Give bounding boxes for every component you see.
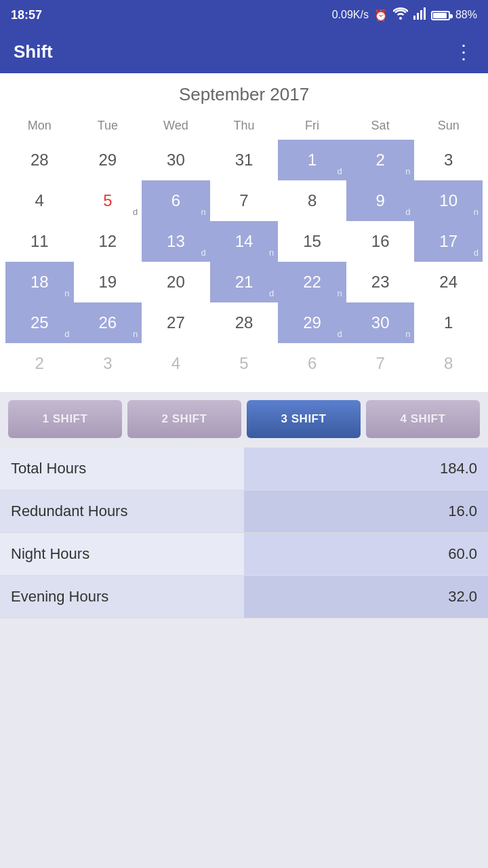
calendar-day[interactable]: 24 bbox=[414, 262, 483, 302]
month-title: September 2017 bbox=[5, 84, 483, 105]
calendar-day[interactable]: 18n bbox=[5, 262, 74, 302]
day-header-wed: Wed bbox=[142, 115, 210, 140]
day-header-sun: Sun bbox=[414, 115, 483, 140]
calendar-grid: Mon Tue Wed Thu Fri Sat Sun bbox=[5, 115, 483, 140]
calendar-day[interactable]: 28 bbox=[5, 140, 74, 180]
calendar-day[interactable]: 4 bbox=[5, 180, 74, 221]
shift-1-button[interactable]: 1 SHIFT bbox=[8, 400, 122, 438]
stats-value: 60.0 bbox=[244, 533, 488, 576]
calendar-day[interactable]: 4 bbox=[142, 343, 210, 384]
calendar-day[interactable]: 7 bbox=[210, 180, 279, 221]
stats-label: Night Hours bbox=[0, 533, 244, 576]
calendar-day[interactable]: 1 bbox=[414, 302, 483, 343]
calendar-day[interactable]: 17d bbox=[414, 221, 483, 262]
signal-icon bbox=[413, 7, 426, 22]
calendar-day[interactable]: 22n bbox=[278, 262, 346, 302]
menu-button[interactable]: ⋮ bbox=[454, 41, 474, 63]
day-header-sat: Sat bbox=[346, 115, 415, 140]
calendar-day[interactable]: 23 bbox=[346, 262, 415, 302]
calendar-day[interactable]: 20 bbox=[142, 262, 210, 302]
calendar-day[interactable]: 2 bbox=[5, 343, 74, 384]
calendar-day[interactable]: 29d bbox=[278, 302, 346, 343]
calendar-day[interactable]: 26n bbox=[74, 302, 142, 343]
calendar-day[interactable]: 3 bbox=[74, 343, 142, 384]
calendar-day[interactable]: 7 bbox=[346, 343, 415, 384]
network-speed: 0.09K/s bbox=[332, 9, 369, 21]
status-right: 0.09K/s ⏰ 88% bbox=[332, 7, 477, 22]
calendar-day[interactable]: 19 bbox=[74, 262, 142, 302]
svg-rect-3 bbox=[424, 7, 426, 20]
stats-row: Evening Hours 32.0 bbox=[0, 576, 488, 618]
calendar-day[interactable]: 5d bbox=[74, 180, 142, 221]
calendar-day[interactable]: 2n bbox=[346, 140, 415, 180]
calendar-day[interactable]: 16 bbox=[346, 221, 415, 262]
calendar-day[interactable]: 29 bbox=[74, 140, 142, 180]
calendar-day[interactable]: 30 bbox=[142, 140, 210, 180]
calendar-day[interactable]: 31 bbox=[210, 140, 279, 180]
calendar-day[interactable]: 6 bbox=[278, 343, 346, 384]
shift-4-button[interactable]: 4 SHIFT bbox=[366, 400, 480, 438]
calendar-day[interactable]: 15 bbox=[278, 221, 346, 262]
calendar-day[interactable]: 12 bbox=[74, 221, 142, 262]
calendar-day[interactable]: 11 bbox=[5, 221, 74, 262]
stats-row: Total Hours 184.0 bbox=[0, 448, 488, 490]
calendar-cells: 282930311d2n345d6n789d10n111213d14n15161… bbox=[5, 140, 483, 384]
svg-rect-0 bbox=[413, 16, 415, 20]
stats-label: Evening Hours bbox=[0, 576, 244, 618]
battery-percent: 88% bbox=[455, 9, 477, 21]
calendar-day[interactable]: 9d bbox=[346, 180, 415, 221]
calendar-day[interactable]: 5 bbox=[210, 343, 279, 384]
calendar: September 2017 Mon Tue Wed Thu Fri Sat S… bbox=[0, 73, 488, 392]
calendar-day[interactable]: 27 bbox=[142, 302, 210, 343]
calendar-day[interactable]: 13d bbox=[142, 221, 210, 262]
alarm-icon: ⏰ bbox=[374, 9, 388, 22]
shift-3-button[interactable]: 3 SHIFT bbox=[247, 400, 361, 438]
day-header-tue: Tue bbox=[74, 115, 142, 140]
calendar-day[interactable]: 8 bbox=[414, 343, 483, 384]
shift-buttons: 1 SHIFT 2 SHIFT 3 SHIFT 4 SHIFT bbox=[0, 392, 488, 446]
calendar-day[interactable]: 21d bbox=[210, 262, 279, 302]
svg-rect-1 bbox=[417, 13, 419, 20]
calendar-day[interactable]: 6n bbox=[142, 180, 210, 221]
calendar-day[interactable]: 8 bbox=[278, 180, 346, 221]
day-header-fri: Fri bbox=[278, 115, 346, 140]
app-title: Shift bbox=[14, 41, 53, 62]
wifi-icon bbox=[393, 7, 408, 22]
svg-rect-2 bbox=[420, 10, 422, 20]
calendar-day[interactable]: 3 bbox=[414, 140, 483, 180]
calendar-day[interactable]: 25d bbox=[5, 302, 74, 343]
calendar-day[interactable]: 30n bbox=[346, 302, 415, 343]
toolbar: Shift ⋮ bbox=[0, 30, 488, 73]
stats-value: 184.0 bbox=[244, 448, 488, 490]
stats-table: Total Hours 184.0 Redundant Hours 16.0 N… bbox=[0, 448, 488, 618]
day-header-thu: Thu bbox=[210, 115, 279, 140]
stats-row: Redundant Hours 16.0 bbox=[0, 490, 488, 533]
battery-icon bbox=[431, 9, 450, 21]
status-time: 18:57 bbox=[11, 8, 42, 22]
shift-2-button[interactable]: 2 SHIFT bbox=[127, 400, 241, 438]
calendar-day[interactable]: 28 bbox=[210, 302, 279, 343]
calendar-day[interactable]: 14n bbox=[210, 221, 279, 262]
stats-value: 32.0 bbox=[244, 576, 488, 618]
stats-label: Total Hours bbox=[0, 448, 244, 490]
status-bar: 18:57 0.09K/s ⏰ 88% bbox=[0, 0, 488, 30]
calendar-day[interactable]: 10n bbox=[414, 180, 483, 221]
stats-value: 16.0 bbox=[244, 490, 488, 533]
stats-row: Night Hours 60.0 bbox=[0, 533, 488, 576]
calendar-day[interactable]: 1d bbox=[278, 140, 346, 180]
day-header-mon: Mon bbox=[5, 115, 74, 140]
stats-label: Redundant Hours bbox=[0, 490, 244, 533]
